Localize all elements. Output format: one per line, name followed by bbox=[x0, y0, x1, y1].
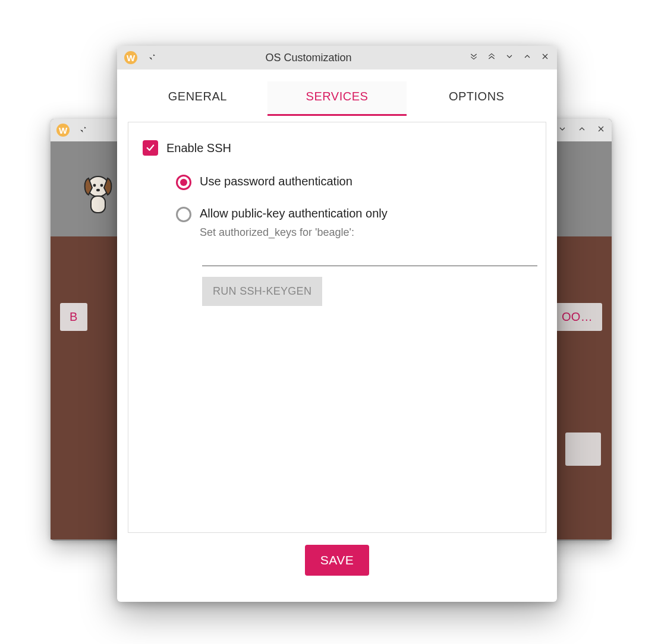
svg-point-1 bbox=[93, 184, 96, 187]
svg-rect-4 bbox=[91, 196, 105, 213]
shade-down-icon[interactable] bbox=[469, 52, 479, 64]
app-badge-icon: W bbox=[124, 51, 137, 64]
minimize-icon[interactable] bbox=[505, 52, 514, 64]
pin-icon[interactable] bbox=[77, 124, 87, 137]
check-icon bbox=[145, 143, 156, 153]
tab-options[interactable]: OPTIONS bbox=[407, 81, 546, 116]
dog-mascot-icon bbox=[80, 172, 116, 216]
enable-ssh-checkbox[interactable] bbox=[143, 140, 158, 156]
authorized-keys-hint: Set authorized_keys for 'beagle': bbox=[200, 226, 388, 239]
minimize-icon[interactable] bbox=[558, 124, 567, 134]
titlebar: W OS Customization bbox=[117, 46, 557, 70]
save-button[interactable]: SAVE bbox=[305, 545, 369, 576]
app-badge-icon: W bbox=[56, 124, 70, 137]
radio-password-auth-label: Use password authentication bbox=[200, 175, 352, 188]
run-ssh-keygen-button: RUN SSH-KEYGEN bbox=[202, 277, 322, 306]
tab-bar: GENERAL SERVICES OPTIONS bbox=[128, 81, 546, 116]
close-icon[interactable] bbox=[596, 124, 606, 134]
tab-general[interactable]: GENERAL bbox=[128, 81, 267, 116]
ssh-auth-radio-group: Use password authentication Allow public… bbox=[176, 175, 531, 239]
close-icon[interactable] bbox=[540, 52, 550, 64]
background-right-button[interactable]: OO… bbox=[552, 303, 602, 331]
background-left-button[interactable]: B bbox=[60, 303, 87, 331]
radio-password-auth[interactable] bbox=[176, 175, 191, 190]
window-title: OS Customization bbox=[156, 52, 469, 64]
svg-point-3 bbox=[96, 189, 100, 191]
enable-ssh-label: Enable SSH bbox=[166, 141, 231, 155]
services-panel: Enable SSH Use password authentication A… bbox=[128, 122, 546, 533]
shade-up-icon[interactable] bbox=[487, 52, 496, 64]
radio-pubkey-auth[interactable] bbox=[176, 207, 191, 222]
background-window-controls bbox=[550, 124, 606, 136]
tab-services[interactable]: SERVICES bbox=[267, 81, 407, 116]
background-secondary-button[interactable] bbox=[565, 433, 601, 466]
authorized-keys-input bbox=[202, 250, 537, 266]
maximize-icon[interactable] bbox=[522, 52, 532, 64]
maximize-icon[interactable] bbox=[577, 124, 587, 134]
pin-icon[interactable] bbox=[146, 51, 156, 64]
radio-pubkey-auth-label: Allow public-key authentication only bbox=[200, 207, 388, 220]
os-customization-window: W OS Customization GENERAL SERVICES OPTI… bbox=[117, 46, 557, 602]
svg-point-2 bbox=[100, 184, 103, 187]
